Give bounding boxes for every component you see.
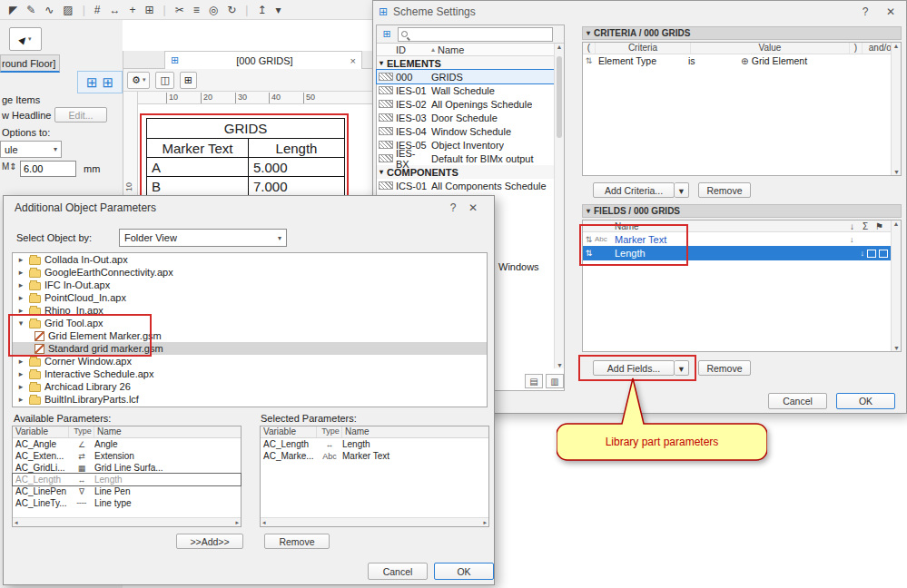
remove-criteria-button[interactable]: Remove	[698, 182, 751, 198]
scheme-row[interactable]: ICS-01 All Components Schedule	[377, 179, 555, 192]
hash-icon[interactable]: ≡	[193, 4, 200, 16]
tree-item[interactable]: ▸ Collada In-Out.apx	[13, 253, 487, 266]
param-row-ac-length[interactable]: AC_Length ↔ Length	[13, 474, 241, 485]
dimension-icon[interactable]: ↔	[110, 4, 121, 16]
scroll-down-icon[interactable]: ▼	[893, 169, 900, 175]
params-columns[interactable]: Variable Type Name	[13, 426, 241, 438]
tab-ground-floor[interactable]: round Floor]	[0, 54, 60, 73]
section-elements[interactable]: ▾ ELEMENTS	[377, 56, 564, 70]
tree-item[interactable]: ▸ Rhino_In.apx	[13, 304, 487, 317]
scroll-right-icon[interactable]: ▸	[235, 519, 239, 526]
reorder-icon[interactable]: ⇅	[583, 56, 595, 65]
flag-checkbox[interactable]	[867, 250, 876, 258]
dialog-title-bar[interactable]: Additional Object Parameters ? ✕	[4, 196, 494, 220]
remove-parameter-button[interactable]: Remove	[264, 534, 330, 549]
tree-item[interactable]: ▸ GoogleEarthConnectivity.apx	[13, 266, 487, 279]
expander-icon[interactable]: ▸	[16, 357, 25, 366]
chevron-down-icon[interactable]: ▾	[276, 4, 281, 16]
dialog-title-bar[interactable]: ⊞ Scheme Settings ? ✕	[373, 1, 906, 23]
sort-down-icon[interactable]: ↓	[850, 221, 863, 231]
section-components[interactable]: ▾ COMPONENTS	[377, 165, 564, 179]
schedule-dropdown[interactable]: ule ▾	[0, 141, 62, 158]
fields-scrollbar[interactable]: ▲ ▼	[891, 220, 901, 351]
sigma-icon[interactable]: Σ	[863, 221, 875, 231]
search-box[interactable]	[398, 27, 553, 42]
scheme-row[interactable]: IES-01 Wall Schedule	[377, 83, 555, 97]
tree-item[interactable]: ▸ BuiltInLibraryParts.lcf	[13, 393, 487, 406]
select-arrow-icon[interactable]: ◤	[9, 4, 17, 16]
column-close-paren[interactable]: )	[850, 43, 863, 54]
scroll-thumb[interactable]	[557, 56, 562, 138]
cancel-button[interactable]: Cancel	[768, 393, 827, 409]
column-type[interactable]: Type	[317, 426, 342, 437]
folder-view-dropdown[interactable]: Folder View ▾	[119, 229, 287, 247]
scissors-icon[interactable]: ✂	[175, 4, 184, 16]
param-row[interactable]: AC_Marke... Abc Marker Text	[261, 450, 488, 462]
search-input[interactable]	[410, 29, 549, 40]
field-row-length[interactable]: ⇅ Length ↓	[583, 246, 901, 260]
criteria-cell[interactable]: Element Type	[595, 55, 688, 66]
column-variable[interactable]: Variable	[13, 426, 69, 437]
expander-icon[interactable]: ▸	[16, 280, 25, 289]
grid-icon[interactable]: #	[94, 4, 101, 16]
chevron-down-icon[interactable]: ▾	[675, 360, 689, 376]
remove-fields-button[interactable]: Remove	[698, 360, 751, 376]
column-variable[interactable]: Variable	[261, 426, 317, 437]
expander-icon[interactable]: ▸	[16, 293, 25, 302]
horizontal-scrollbar[interactable]: ◂ ▸	[13, 517, 241, 526]
column-criteria[interactable]: Criteria	[596, 43, 691, 54]
tree-item[interactable]: ▸ IFC In-Out.apx	[13, 279, 487, 291]
add-fields-label[interactable]: Add Fields...	[593, 360, 675, 376]
scheme-list-header[interactable]: ID ▴ Name	[377, 44, 564, 56]
rotate-icon[interactable]: ↻	[227, 4, 236, 16]
tree-item[interactable]: ▸ Archicad Library 26	[13, 380, 487, 393]
add-fields-button[interactable]: Add Fields... ▾	[593, 360, 689, 376]
params-columns[interactable]: Variable Type Name	[261, 426, 488, 438]
axes-icon[interactable]: +	[130, 4, 136, 16]
column-type[interactable]: Type	[69, 426, 94, 437]
column-name[interactable]: Name	[615, 221, 850, 231]
help-icon[interactable]: ?	[443, 200, 463, 216]
field-name[interactable]: Marker Text	[615, 234, 850, 245]
expander-icon[interactable]: ▸	[16, 369, 25, 378]
close-icon[interactable]: ✕	[881, 4, 901, 20]
criteria-scrollbar[interactable]: ▲ ▼	[891, 43, 901, 175]
scheme-settings-button[interactable]: ⚙ ▾	[127, 72, 150, 89]
expander-icon[interactable]: ▾	[16, 318, 25, 328]
param-row[interactable]: AC_Exten... ⇄ Extension	[13, 450, 241, 462]
scheme-row[interactable]: IES-BX Default for BIMx output	[377, 152, 555, 165]
operator-cell[interactable]: is	[688, 55, 741, 66]
tree-item-grid-element-marker[interactable]: Grid Element Marker.gsm	[13, 329, 487, 342]
expander-icon[interactable]: ▸	[16, 268, 25, 277]
param-row[interactable]: AC_GridLi... ▦ Grid Line Surfa...	[13, 462, 241, 474]
field-row-marker-text[interactable]: ⇅ Abc Marker Text ↓	[583, 232, 901, 246]
expander-icon[interactable]: ▸	[16, 306, 25, 315]
scroll-up-icon[interactable]: ▲	[893, 220, 900, 227]
param-row[interactable]: AC_LineTy... ╌╌ Line type	[13, 497, 241, 509]
column-value[interactable]: Value	[691, 43, 850, 54]
column-name[interactable]: Name	[438, 44, 464, 55]
tree-item[interactable]: ▸ Corner Window.apx	[13, 355, 487, 368]
fields-columns[interactable]: Name ↓ Σ ⚑	[583, 220, 901, 232]
tree-item[interactable]: ▸ Interactive Schedule.apx	[13, 368, 487, 380]
criteria-header[interactable]: ▾ CRITERIA / 000 GRIDS	[582, 26, 902, 40]
add-criteria-button[interactable]: Add Criteria... ▾	[593, 182, 689, 198]
new-scheme-button[interactable]: ▤	[525, 374, 543, 388]
help-icon[interactable]: ?	[855, 4, 875, 20]
table-row[interactable]: B 7.000	[147, 177, 344, 196]
close-icon[interactable]: ✕	[463, 200, 483, 216]
table-icon[interactable]: ⊞	[145, 4, 154, 16]
edit-button[interactable]: Edit...	[54, 107, 107, 122]
chevron-down-icon[interactable]: ▾	[675, 182, 689, 198]
param-row[interactable]: AC_Length ↔ Length	[261, 438, 488, 450]
table-icon[interactable]: ⊞	[86, 74, 98, 91]
expander-icon[interactable]: ▸	[16, 382, 25, 391]
column-open-paren[interactable]: (	[583, 43, 596, 54]
fields-header[interactable]: ▾ FIELDS / 000 GRIDS	[582, 204, 902, 218]
table-headline-button[interactable]: ⊞	[180, 72, 197, 89]
camera-icon[interactable]: ◎	[209, 4, 218, 16]
scroll-up-icon[interactable]: ▲	[893, 43, 900, 49]
reorder-icon[interactable]: ⇅	[583, 235, 595, 244]
param-row[interactable]: AC_LinePen ∇ Line Pen	[13, 485, 241, 497]
table-format-button[interactable]: ◫	[155, 72, 173, 89]
